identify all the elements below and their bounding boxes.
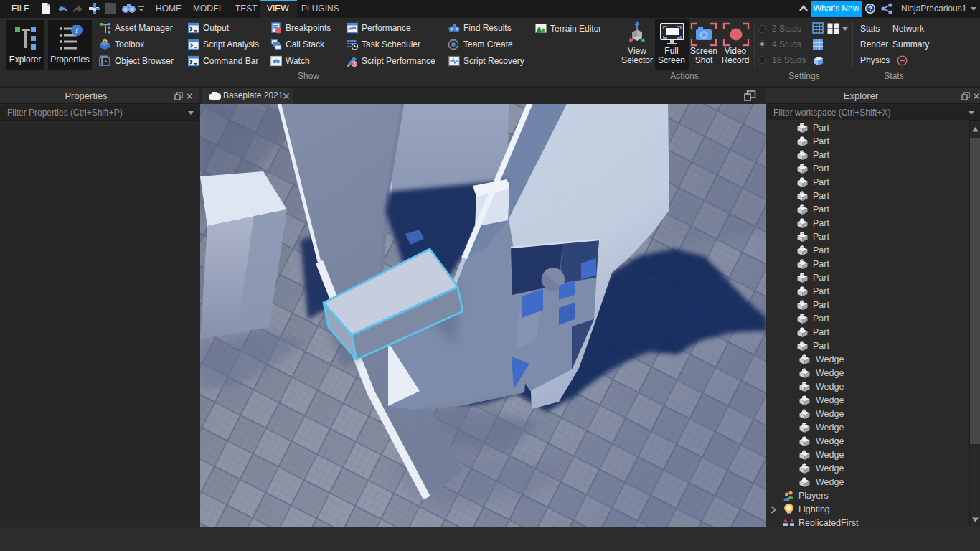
- svg-text:?: ?: [868, 4, 872, 12]
